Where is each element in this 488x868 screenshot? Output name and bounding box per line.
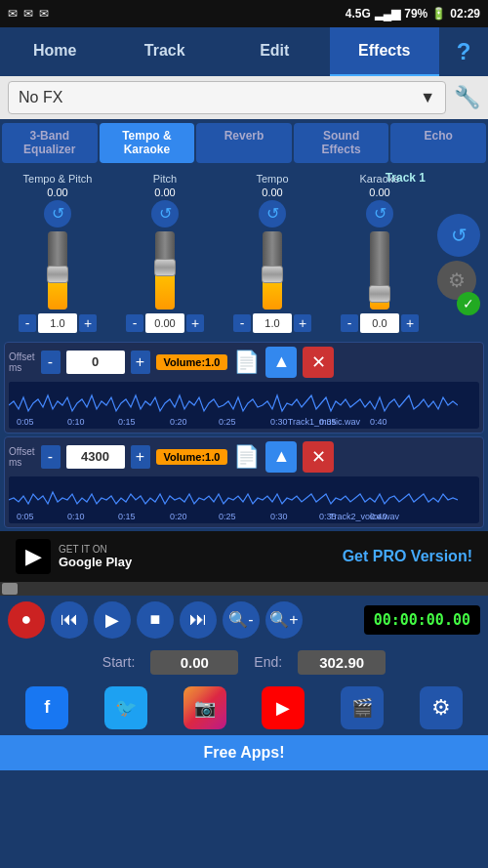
scroll-bar[interactable] bbox=[0, 582, 488, 596]
svg-text:0:25: 0:25 bbox=[219, 512, 236, 521]
effect-tab-equalizer[interactable]: 3-BandEqualizer bbox=[2, 123, 98, 163]
track-controls-1: Offsetms - + Volume:1.0 📄 ▲ ✕ bbox=[9, 347, 479, 378]
increment-btn-3[interactable]: + bbox=[294, 314, 311, 332]
track-refresh-icon[interactable]: ↺ bbox=[437, 214, 480, 257]
youtube-button[interactable]: ▶ bbox=[262, 686, 305, 729]
offset-decrement-1[interactable]: - bbox=[41, 351, 61, 374]
reset-btn-tempo-pitch[interactable]: ↺ bbox=[44, 200, 71, 227]
svg-text:0:15: 0:15 bbox=[118, 417, 136, 427]
offset-input-1[interactable] bbox=[66, 351, 125, 374]
col-value-tempo-pitch: 0.00 bbox=[47, 186, 67, 198]
svg-text:0:05: 0:05 bbox=[17, 512, 34, 521]
tab-home[interactable]: Home bbox=[0, 27, 110, 76]
mixer-columns: Track 1 Tempo & Pitch 0.00 ↺ - + Pitch 0… bbox=[4, 171, 433, 335]
effect-tabs: 3-BandEqualizer Tempo &Karaoke Reverb So… bbox=[0, 119, 488, 167]
svg-text:0:10: 0:10 bbox=[67, 512, 85, 521]
slider-karaoke[interactable] bbox=[370, 231, 389, 310]
svg-text:0:20: 0:20 bbox=[170, 512, 187, 521]
nav-tabs: Home Track Edit Effects ? bbox=[0, 27, 488, 76]
film-button[interactable]: 🎬 bbox=[341, 686, 384, 729]
google-play-banner[interactable]: ▶ GET IT ON Google Play Get PRO Version! bbox=[0, 531, 488, 582]
store-name: Google Play bbox=[59, 555, 132, 569]
col-value-tempo: 0.00 bbox=[262, 186, 282, 198]
increment-btn-2[interactable]: + bbox=[186, 314, 204, 332]
slider-tempo-pitch[interactable] bbox=[48, 231, 67, 310]
status-left: ✉ ✉ ✉ bbox=[8, 7, 49, 21]
move-up-btn-1[interactable]: ▲ bbox=[265, 347, 297, 378]
file-icon-1[interactable]: 📄 bbox=[233, 350, 260, 375]
skip-back-button[interactable]: ⏮ bbox=[51, 601, 88, 639]
col-label-tempo-pitch: Tempo & Pitch bbox=[23, 173, 93, 185]
reset-btn-tempo[interactable]: ↺ bbox=[259, 200, 286, 227]
free-apps-bar[interactable]: Free Apps! bbox=[0, 735, 488, 770]
increment-btn-4[interactable]: + bbox=[401, 314, 419, 332]
num-input-4[interactable] bbox=[360, 313, 399, 333]
svg-text:0:30: 0:30 bbox=[270, 512, 288, 521]
volume-box-2[interactable]: Volume:1.0 bbox=[156, 449, 228, 465]
slider-pitch[interactable] bbox=[155, 231, 175, 310]
help-button[interactable]: ? bbox=[439, 27, 488, 76]
decrement-btn-2[interactable]: - bbox=[126, 314, 143, 332]
move-up-btn-2[interactable]: ▲ bbox=[265, 441, 297, 473]
file-icon-2[interactable]: 📄 bbox=[233, 444, 260, 470]
offset-decrement-2[interactable]: - bbox=[41, 445, 61, 469]
record-button[interactable]: ● bbox=[8, 601, 45, 639]
num-input-3[interactable] bbox=[253, 313, 292, 333]
pro-version-text[interactable]: Get PRO Version! bbox=[343, 548, 472, 565]
num-input-1[interactable] bbox=[38, 313, 77, 333]
status-right: 4.5G ▂▄▆ 79% 🔋 02:29 bbox=[346, 7, 480, 21]
svg-text:0:30: 0:30 bbox=[270, 417, 288, 427]
google-play-icon: ▶ bbox=[16, 539, 51, 574]
tab-effects[interactable]: Effects bbox=[330, 27, 440, 76]
stop-button[interactable]: ■ bbox=[137, 601, 174, 639]
start-end-row: Start: End: bbox=[0, 644, 488, 681]
instagram-button[interactable]: 📷 bbox=[183, 686, 226, 729]
mixer-col-tempo: Tempo 0.00 ↺ - + bbox=[219, 171, 326, 335]
start-input[interactable] bbox=[150, 650, 238, 675]
offset-increment-2[interactable]: + bbox=[131, 445, 150, 469]
delete-btn-2[interactable]: ✕ bbox=[303, 441, 334, 473]
skip-forward-button[interactable]: ⏭ bbox=[180, 601, 217, 639]
facebook-button[interactable]: f bbox=[25, 686, 68, 729]
mail-icon-2: ✉ bbox=[23, 7, 33, 21]
offset-increment-1[interactable]: + bbox=[131, 351, 150, 374]
effect-tab-tempo[interactable]: Tempo &Karaoke bbox=[100, 123, 195, 163]
volume-box-1[interactable]: Volume:1.0 bbox=[156, 354, 228, 370]
svg-text:0:20: 0:20 bbox=[170, 417, 187, 427]
wrench-icon[interactable]: 🔧 bbox=[454, 85, 480, 110]
mixer-col-karaoke: Karaoke 0.00 ↺ - + bbox=[326, 171, 433, 335]
decrement-btn-1[interactable]: - bbox=[19, 314, 36, 332]
tab-track[interactable]: Track bbox=[110, 27, 221, 76]
settings-button[interactable]: ⚙ bbox=[420, 686, 463, 729]
play-button[interactable]: ▶ bbox=[94, 601, 131, 639]
chevron-down-icon: ▼ bbox=[420, 89, 435, 106]
decrement-btn-4[interactable]: - bbox=[341, 314, 358, 332]
twitter-button[interactable]: 🐦 bbox=[104, 686, 147, 729]
gplay-text: GET IT ON Google Play bbox=[59, 544, 132, 569]
network-type: 4.5G bbox=[346, 7, 371, 21]
offset-label-1: Offsetms bbox=[9, 351, 35, 373]
end-label: End: bbox=[254, 654, 282, 670]
reset-btn-karaoke[interactable]: ↺ bbox=[366, 200, 393, 227]
offset-input-2[interactable] bbox=[66, 445, 125, 469]
effect-tab-echo[interactable]: Echo bbox=[390, 123, 486, 163]
num-input-2[interactable] bbox=[145, 313, 184, 333]
mail-icon-3: ✉ bbox=[39, 7, 49, 21]
decrement-btn-3[interactable]: - bbox=[233, 314, 251, 332]
scroll-thumb[interactable] bbox=[2, 583, 18, 595]
delete-btn-1[interactable]: ✕ bbox=[303, 347, 334, 378]
effect-tab-reverb[interactable]: Reverb bbox=[196, 123, 292, 163]
zoom-in-button[interactable]: 🔍+ bbox=[265, 601, 303, 639]
zoom-out-button[interactable]: 🔍- bbox=[223, 601, 260, 639]
reset-btn-pitch[interactable]: ↺ bbox=[151, 200, 179, 227]
transport-bar: ● ⏮ ▶ ■ ⏭ 🔍- 🔍+ 00:00:00.00 bbox=[0, 596, 488, 644]
col-label-tempo: Tempo bbox=[256, 173, 288, 185]
fx-dropdown[interactable]: No FX ▼ bbox=[8, 81, 446, 114]
slider-tempo[interactable] bbox=[263, 231, 282, 310]
tab-edit[interactable]: Edit bbox=[220, 27, 330, 76]
effect-tab-soundfx[interactable]: SoundEffects bbox=[294, 123, 389, 163]
mixer-area: Track 1 Tempo & Pitch 0.00 ↺ - + Pitch 0… bbox=[0, 167, 488, 339]
increment-btn-1[interactable]: + bbox=[79, 314, 97, 332]
battery-level: 79% bbox=[404, 7, 427, 21]
end-input[interactable] bbox=[298, 650, 386, 675]
